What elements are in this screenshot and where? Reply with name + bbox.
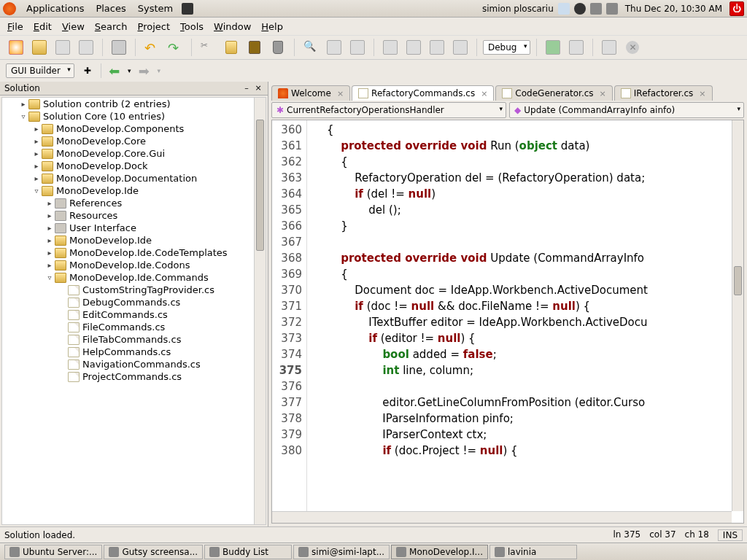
tree-item[interactable]: ▸MonoDevelop.Dock: [2, 160, 254, 172]
editor-tab[interactable]: CodeGenerator.cs×: [495, 85, 612, 101]
print-button[interactable]: [109, 37, 129, 58]
tool-button-3[interactable]: [380, 37, 400, 58]
status-message: Solution loaded.: [4, 530, 75, 540]
menu-search[interactable]: Search: [90, 20, 132, 34]
save-button[interactable]: [53, 37, 73, 58]
tray-volume-icon[interactable]: [606, 3, 618, 15]
class-combo[interactable]: ✱CurrentRefactoryOperationsHandler: [271, 102, 506, 118]
editor-tab[interactable]: RefactoryCommands.cs×: [352, 85, 494, 101]
tree-item[interactable]: ▸MonoDevelop.Components: [2, 122, 254, 135]
designer-combo[interactable]: GUI Builder: [6, 63, 74, 78]
cut-button[interactable]: ✂: [198, 37, 218, 58]
tool-button-5[interactable]: [427, 37, 447, 58]
menu-tools[interactable]: Tools: [176, 20, 208, 34]
tree-item[interactable]: ▸MonoDevelop.Ide.CodeTemplates: [2, 246, 254, 259]
tree-item[interactable]: FileCommands.cs: [2, 321, 254, 333]
applications-menu[interactable]: Applications: [20, 3, 90, 14]
tool-button-4[interactable]: [403, 37, 424, 58]
menu-edit[interactable]: Edit: [29, 20, 56, 34]
member-combo[interactable]: ◆Update (CommandArrayInfo ainfo): [509, 102, 744, 118]
places-menu[interactable]: Places: [90, 3, 131, 14]
menu-file[interactable]: File: [3, 20, 28, 34]
tool-button-2[interactable]: [347, 37, 368, 58]
tab-close-icon[interactable]: ×: [699, 89, 705, 98]
user-label: simion ploscariu: [482, 4, 554, 14]
tree-item[interactable]: ▸References: [2, 197, 254, 209]
editor-tabs: Welcome×RefactoryCommands.cs×CodeGenerat…: [268, 82, 747, 101]
terminal-launcher-icon[interactable]: [182, 3, 193, 15]
pane-close-icon[interactable]: ×: [253, 83, 263, 93]
tree-item[interactable]: ▸MonoDevelop.Documentation: [2, 172, 254, 184]
taskbar-item[interactable]: Gutsy screensa...: [104, 545, 203, 559]
stop-button[interactable]: ✕: [622, 37, 643, 58]
line-gutter: 3603613623633643653663673683693703713723…: [272, 120, 307, 523]
new-button[interactable]: [6, 37, 26, 58]
redo-button[interactable]: ↷: [165, 37, 185, 58]
tab-close-icon[interactable]: ×: [337, 89, 344, 98]
save-all-button[interactable]: [76, 37, 96, 58]
tab-close-icon[interactable]: ×: [600, 89, 606, 98]
copy-button[interactable]: [221, 37, 241, 58]
debug-button[interactable]: [566, 37, 587, 58]
clock[interactable]: Thu Dec 20, 10:30 AM: [622, 4, 725, 14]
find-button[interactable]: 🔍: [301, 37, 321, 58]
tree-item[interactable]: ▸MonoDevelop.Ide.Codons: [2, 259, 254, 271]
tree-item[interactable]: ▿MonoDevelop.Ide.Commands: [2, 271, 254, 284]
tree-item[interactable]: EditCommands.cs: [2, 308, 254, 321]
code-editor[interactable]: 3603613623633643653663673683693703713723…: [271, 120, 744, 524]
tool-button-6[interactable]: [450, 37, 471, 58]
nav-fwd-button[interactable]: ➡: [135, 62, 152, 79]
tree-item[interactable]: ▸MonoDevelop.Core: [2, 135, 254, 147]
tree-item[interactable]: DebugCommands.cs: [2, 296, 254, 308]
tree-item[interactable]: HelpCommands.cs: [2, 346, 254, 358]
menu-help[interactable]: Help: [257, 20, 287, 34]
tree-item[interactable]: ▸User Interface: [2, 222, 254, 234]
tree-item[interactable]: CustomStringTagProvider.cs: [2, 284, 254, 296]
editor-tab[interactable]: IRefactorer.cs×: [614, 85, 713, 101]
statusbar: Solution loaded. ln 375 col 37 ch 18 INS: [0, 526, 747, 542]
menu-view[interactable]: View: [58, 20, 89, 34]
system-menu[interactable]: System: [132, 3, 179, 14]
tool-button-1[interactable]: [324, 37, 344, 58]
tree-item[interactable]: ▸MonoDevelop.Ide: [2, 234, 254, 246]
menu-window[interactable]: Window: [209, 20, 255, 34]
tree-item[interactable]: FileTabCommands.cs: [2, 333, 254, 346]
tab-close-icon[interactable]: ×: [481, 89, 487, 98]
power-button[interactable]: ⏻: [729, 1, 744, 16]
tree-item[interactable]: ▿MonoDevelop.Ide: [2, 184, 254, 197]
nav-back-button[interactable]: ⬅: [106, 62, 123, 79]
open-button[interactable]: [29, 37, 50, 58]
undo-button[interactable]: ↶: [142, 37, 162, 58]
tree-item[interactable]: ▸Resources: [2, 209, 254, 222]
config-combo[interactable]: Debug: [483, 40, 530, 55]
tree-item[interactable]: ▿Solution Core (10 entries): [2, 110, 254, 122]
taskbar-item[interactable]: Ubuntu Server:...: [4, 545, 102, 559]
tree-item[interactable]: ProjectCommands.cs: [2, 370, 254, 383]
taskbar-item[interactable]: MonoDevelop.I...: [391, 545, 488, 559]
delete-button[interactable]: [268, 37, 288, 58]
paste-button[interactable]: [244, 37, 265, 58]
run-button[interactable]: [543, 37, 563, 58]
gnome-bottom-panel: Ubuntu Server:...Gutsy screensa...Buddy …: [0, 542, 747, 560]
pane-minimize-icon[interactable]: –: [241, 83, 252, 93]
code-content[interactable]: { protected override void Run (object da…: [307, 120, 743, 523]
build-button[interactable]: [599, 37, 619, 58]
tree-item[interactable]: ▸Solution contrib (2 entries): [2, 98, 254, 110]
taskbar-item[interactable]: simi@simi-lapt...: [293, 545, 390, 559]
ubuntu-logo-icon[interactable]: [3, 2, 16, 15]
menu-project[interactable]: Project: [133, 20, 175, 34]
taskbar-item[interactable]: Buddy List: [204, 545, 292, 559]
tray-update-icon[interactable]: [574, 3, 586, 15]
tree-item[interactable]: ▸MonoDevelop.Core.Gui: [2, 147, 254, 160]
solution-tree[interactable]: ▸Solution contrib (2 entries)▿Solution C…: [1, 97, 266, 525]
tray-network-icon[interactable]: [590, 3, 602, 15]
editor-scrollbar-v[interactable]: [732, 120, 743, 511]
solution-pane-title: Solution: [4, 83, 40, 93]
editor-scrollbar-h[interactable]: [272, 511, 732, 523]
tray-search-icon[interactable]: [558, 3, 570, 15]
editor-tab[interactable]: Welcome×: [271, 85, 350, 101]
tree-item[interactable]: NavigationCommands.cs: [2, 358, 254, 370]
taskbar-item[interactable]: lavinia: [489, 545, 577, 559]
tree-scrollbar[interactable]: [254, 98, 266, 524]
add-button[interactable]: ✚: [79, 62, 96, 79]
